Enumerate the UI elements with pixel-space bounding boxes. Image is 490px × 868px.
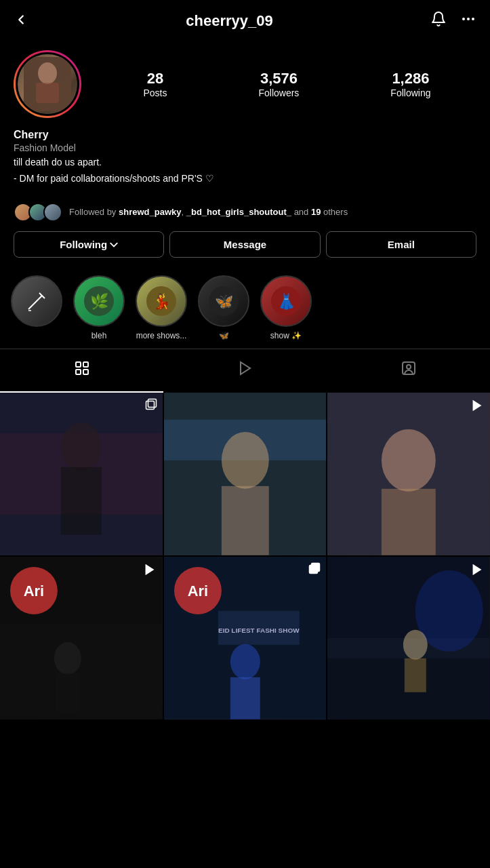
story-item-1[interactable]: 🌿 bleh	[73, 275, 125, 340]
avatar-inner	[16, 52, 79, 116]
svg-text:💃: 💃	[152, 292, 171, 311]
followed-others-label: others	[321, 207, 348, 217]
avatar-image	[18, 52, 77, 116]
svg-rect-28	[148, 399, 156, 408]
grid-item-0[interactable]	[0, 393, 163, 555]
bio-line1: till death do us apart.	[14, 156, 476, 170]
followers-others: 19	[311, 207, 321, 217]
follower-avatar-3	[43, 203, 62, 222]
play-badge-2	[470, 398, 485, 416]
svg-point-23	[407, 365, 411, 369]
post-grid: Ari Ari EID LIFEST FASHI SHOW	[0, 393, 490, 719]
multipost-badge-4	[308, 562, 321, 577]
story-item-3[interactable]: 🦋 🦋	[198, 275, 249, 340]
svg-rect-51	[230, 677, 260, 719]
grid-item-2[interactable]	[327, 393, 490, 555]
svg-rect-41	[0, 625, 163, 719]
story-label-1: bleh	[91, 331, 107, 340]
svg-text:EID LIFEST FASHI SHOW: EID LIFEST FASHI SHOW	[218, 627, 300, 634]
svg-rect-27	[61, 467, 102, 535]
profile-top: 28 Posts 3,576 Followers 1,286 Following	[14, 50, 476, 118]
svg-point-0	[462, 18, 465, 20]
more-button[interactable]	[460, 11, 476, 31]
svg-rect-43	[56, 673, 80, 714]
followed-separator: ,	[181, 207, 186, 217]
avatar-ring	[14, 50, 81, 118]
story-label-3: 🦋	[219, 331, 229, 340]
followed-and: and	[291, 207, 311, 217]
svg-marker-21	[241, 362, 250, 374]
svg-text:Ari: Ari	[187, 583, 208, 599]
play-icon	[237, 360, 253, 380]
follower-user1[interactable]: shrewd_pawky	[119, 207, 182, 217]
follower-avatars	[14, 203, 62, 222]
multipost-badge-0	[145, 398, 157, 413]
story-item-2[interactable]: 💃 more shows...	[136, 275, 187, 340]
svg-point-1	[467, 18, 470, 20]
svg-rect-20	[83, 370, 88, 374]
posts-count: 28	[147, 70, 163, 87]
story-circle-0	[11, 275, 62, 327]
posts-label: Posts	[143, 87, 167, 98]
following-stat[interactable]: 1,286 Following	[390, 70, 430, 98]
tagged-icon	[401, 360, 417, 380]
grid-item-4[interactable]: Ari EID LIFEST FASHI SHOW	[164, 557, 327, 719]
follower-user2[interactable]: _bd_hot_girls_shoutout_	[186, 207, 291, 217]
stats-row: 28 Posts 3,576 Followers 1,286 Following	[98, 70, 476, 98]
following-button[interactable]: Following	[14, 231, 164, 258]
svg-marker-60	[473, 564, 482, 576]
tab-bar	[0, 349, 490, 393]
followers-stat[interactable]: 3,576 Followers	[258, 70, 299, 98]
svg-rect-33	[222, 486, 269, 555]
posts-stat[interactable]: 28 Posts	[143, 70, 167, 98]
email-button[interactable]: Email	[326, 231, 476, 258]
grid-item-5[interactable]	[327, 557, 490, 719]
story-label-2: more shows...	[136, 331, 187, 340]
svg-text:👗: 👗	[277, 292, 296, 311]
profile-avatar[interactable]	[14, 50, 81, 118]
svg-rect-5	[36, 83, 59, 103]
notification-button[interactable]	[430, 11, 447, 31]
svg-point-26	[61, 422, 102, 471]
following-count: 1,286	[392, 70, 429, 87]
grid-image-3: Ari	[0, 557, 163, 719]
grid-image-1	[164, 393, 327, 555]
back-button[interactable]	[14, 12, 28, 30]
story-circle-3: 🦋	[198, 275, 249, 327]
play-badge-5	[470, 562, 485, 580]
bio-name: Cherry	[14, 129, 476, 141]
stories-row: 🌿 bleh 💃 more shows... 🦋 🦋 👗	[0, 270, 490, 343]
story-item-4[interactable]: 👗 show ✨	[260, 275, 312, 340]
grid-image-2	[327, 393, 490, 555]
story-label-4: show ✨	[270, 331, 302, 340]
svg-line-6	[28, 296, 42, 309]
svg-rect-53	[310, 565, 318, 573]
chevron-down-icon	[110, 241, 118, 249]
svg-point-2	[472, 18, 474, 20]
svg-rect-36	[382, 489, 436, 555]
tab-tagged[interactable]	[327, 349, 490, 393]
grid-item-3[interactable]: Ari	[0, 557, 163, 719]
svg-point-50	[230, 644, 260, 679]
followers-label: Followers	[258, 87, 299, 98]
svg-text:🦋: 🦋	[215, 292, 234, 311]
grid-image-5	[327, 557, 490, 719]
message-button[interactable]: Message	[169, 231, 320, 258]
story-item-0[interactable]	[11, 275, 62, 340]
tab-reels[interactable]	[163, 349, 327, 393]
grid-icon	[74, 360, 90, 380]
svg-point-35	[382, 429, 436, 492]
grid-image-4: Ari EID LIFEST FASHI SHOW	[164, 557, 327, 719]
svg-marker-44	[145, 564, 154, 576]
header: cheerryy_09	[0, 0, 490, 42]
tab-grid[interactable]	[0, 349, 163, 393]
grid-item-1[interactable]	[164, 393, 327, 555]
play-badge-3	[142, 562, 157, 580]
bio-line2: - DM for paid collaborations/shoots and …	[14, 172, 476, 186]
svg-point-32	[222, 432, 269, 489]
followed-by: Followed by shrewd_pawky, _bd_hot_girls_…	[0, 196, 490, 231]
action-buttons: Following Message Email	[0, 231, 490, 270]
svg-point-4	[38, 62, 57, 84]
profile-section: 28 Posts 3,576 Followers 1,286 Following	[0, 42, 490, 118]
svg-point-58	[403, 630, 428, 660]
